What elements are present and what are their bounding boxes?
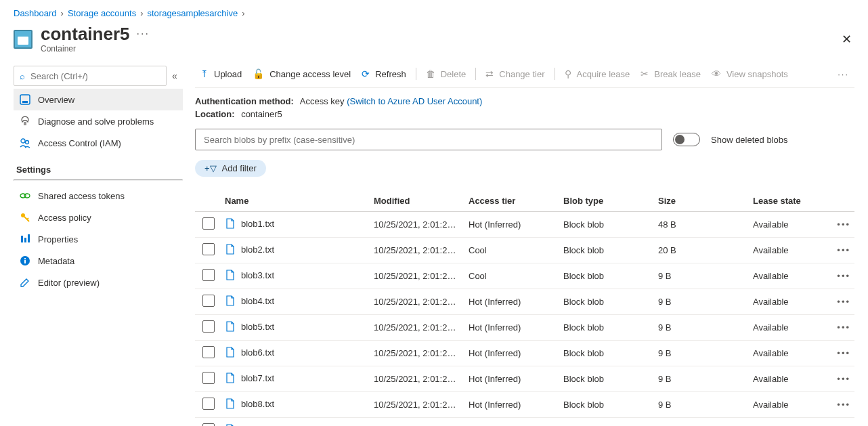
modified-cell: 10/25/2021, 2:01:25 ... <box>370 418 464 427</box>
row-more-button[interactable]: ••• <box>830 392 854 418</box>
lease-cell: Available <box>749 418 830 427</box>
header-more-icon[interactable]: ··· <box>137 28 150 40</box>
modified-cell: 10/25/2021, 2:01:25 ... <box>370 392 464 418</box>
blob-name-cell[interactable]: blob6.txt <box>225 347 274 358</box>
sidebar-search-input[interactable] <box>29 70 160 82</box>
table-row[interactable]: blob9.txt10/25/2021, 2:01:25 ...Hot (Inf… <box>195 418 854 427</box>
row-more-button[interactable]: ••• <box>830 238 854 263</box>
table-row[interactable]: blob2.txt10/25/2021, 2:01:25 ...CoolBloc… <box>195 238 854 263</box>
row-checkbox[interactable] <box>202 243 215 255</box>
type-cell: Block blob <box>559 341 654 366</box>
row-more-button[interactable]: ••• <box>830 366 854 392</box>
table-row[interactable]: blob7.txt10/25/2021, 2:01:25 ...Hot (Inf… <box>195 366 854 392</box>
blob-name-cell[interactable]: blob8.txt <box>225 398 274 409</box>
iam-icon <box>19 137 31 149</box>
blob-search-input[interactable] <box>202 134 655 146</box>
lock-icon: 🔓 <box>253 68 264 79</box>
breadcrumb-link[interactable]: storagesamplesarchive <box>147 8 238 18</box>
table-row[interactable]: blob6.txt10/25/2021, 2:01:26 ...Hot (Inf… <box>195 341 854 366</box>
tier-cell: Hot (Inferred) <box>464 289 559 315</box>
col-modified[interactable]: Modified <box>370 190 464 212</box>
settings-heading: Settings <box>16 165 183 175</box>
switch-auth-link[interactable]: (Switch to Azure AD User Account) <box>347 96 482 106</box>
row-checkbox[interactable] <box>202 346 215 358</box>
breadcrumb-link[interactable]: Dashboard <box>14 8 57 18</box>
row-checkbox[interactable] <box>202 398 215 410</box>
chevron-right-icon: › <box>140 8 143 18</box>
collapse-sidebar-button[interactable]: « <box>167 70 183 81</box>
auth-method-value: Access key <box>300 96 345 106</box>
row-checkbox[interactable] <box>202 217 215 230</box>
modified-cell: 10/25/2021, 2:01:25 ... <box>370 263 464 289</box>
toolbar-more-button[interactable]: ··· <box>832 66 854 82</box>
table-row[interactable]: blob3.txt10/25/2021, 2:01:25 ...CoolBloc… <box>195 263 854 289</box>
row-checkbox[interactable] <box>202 372 215 384</box>
add-filter-icon: +▽ <box>204 163 217 173</box>
row-more-button[interactable]: ••• <box>830 212 854 238</box>
blob-name-cell[interactable]: blob2.txt <box>225 244 274 255</box>
lease-cell: Available <box>749 315 830 341</box>
tier-cell: Hot (Inferred) <box>464 341 559 366</box>
location-value: container5 <box>241 109 282 119</box>
sidebar-item-key[interactable]: Access policy <box>14 207 183 228</box>
tier-cell: Hot (Inferred) <box>464 315 559 341</box>
svg-rect-7 <box>21 236 23 242</box>
tier-cell: Hot (Inferred) <box>464 212 559 238</box>
close-button[interactable]: ✕ <box>839 29 854 49</box>
change-tier-icon: ⇄ <box>485 68 494 79</box>
overview-icon <box>19 93 31 106</box>
edit-icon <box>19 276 31 289</box>
sidebar-item-info[interactable]: Metadata <box>14 250 183 272</box>
row-checkbox[interactable] <box>202 295 215 307</box>
col-tier[interactable]: Access tier <box>464 190 559 212</box>
size-cell: 9 B <box>654 418 749 427</box>
row-more-button[interactable]: ••• <box>830 289 854 315</box>
lease-cell: Available <box>749 263 830 289</box>
sidebar-item-overview[interactable]: Overview <box>14 89 183 110</box>
blob-name-cell[interactable]: blob4.txt <box>225 295 274 306</box>
break-lease-icon: ✂ <box>641 68 649 79</box>
refresh-button[interactable]: ⟳Refresh <box>356 66 412 82</box>
svg-rect-11 <box>24 260 26 263</box>
blob-name-cell[interactable]: blob5.txt <box>225 321 274 332</box>
table-row[interactable]: blob4.txt10/25/2021, 2:01:25 ...Hot (Inf… <box>195 289 854 315</box>
blob-name-cell[interactable]: blob3.txt <box>225 270 274 280</box>
toolbar: ⤒Upload 🔓Change access level ⟳Refresh 🗑D… <box>195 66 854 88</box>
delete-icon: 🗑 <box>426 68 435 79</box>
table-row[interactable]: blob1.txt10/25/2021, 2:01:25 ...Hot (Inf… <box>195 212 854 238</box>
col-lease[interactable]: Lease state <box>749 190 830 212</box>
col-size[interactable]: Size <box>654 190 749 212</box>
table-row[interactable]: blob8.txt10/25/2021, 2:01:25 ...Hot (Inf… <box>195 392 854 418</box>
row-more-button[interactable]: ••• <box>830 418 854 427</box>
modified-cell: 10/25/2021, 2:01:25 ... <box>370 315 464 341</box>
sidebar-item-sas[interactable]: Shared access tokens <box>14 185 183 207</box>
sidebar-item-props[interactable]: Properties <box>14 228 183 250</box>
row-checkbox[interactable] <box>202 423 215 426</box>
sidebar-search[interactable]: ⌕ <box>14 66 167 86</box>
row-more-button[interactable]: ••• <box>830 263 854 289</box>
breadcrumb-link[interactable]: Storage accounts <box>68 8 136 18</box>
info-icon <box>19 255 31 267</box>
refresh-icon: ⟳ <box>362 68 370 79</box>
modified-cell: 10/25/2021, 2:01:26 ... <box>370 341 464 366</box>
upload-button[interactable]: ⤒Upload <box>195 66 247 82</box>
sidebar-item-diagnose[interactable]: Diagnose and solve problems <box>14 110 183 132</box>
col-type[interactable]: Blob type <box>559 190 654 212</box>
show-deleted-toggle[interactable] <box>673 133 700 146</box>
blob-name-cell[interactable]: blob1.txt <box>225 218 274 229</box>
blob-search[interactable] <box>195 129 662 150</box>
sidebar-item-iam[interactable]: Access Control (IAM) <box>14 132 183 154</box>
type-cell: Block blob <box>559 392 654 418</box>
table-row[interactable]: blob5.txt10/25/2021, 2:01:25 ...Hot (Inf… <box>195 315 854 341</box>
blob-name-cell[interactable]: blob7.txt <box>225 372 274 383</box>
change-access-level-button[interactable]: 🔓Change access level <box>247 66 356 82</box>
row-checkbox[interactable] <box>202 269 215 281</box>
svg-rect-1 <box>22 101 28 103</box>
row-checkbox[interactable] <box>202 320 215 333</box>
row-more-button[interactable]: ••• <box>830 341 854 366</box>
add-filter-button[interactable]: +▽ Add filter <box>195 160 266 177</box>
col-name[interactable]: Name <box>221 190 370 212</box>
chevron-right-icon: › <box>61 8 64 18</box>
sidebar-item-edit[interactable]: Editor (preview) <box>14 272 183 293</box>
row-more-button[interactable]: ••• <box>830 315 854 341</box>
